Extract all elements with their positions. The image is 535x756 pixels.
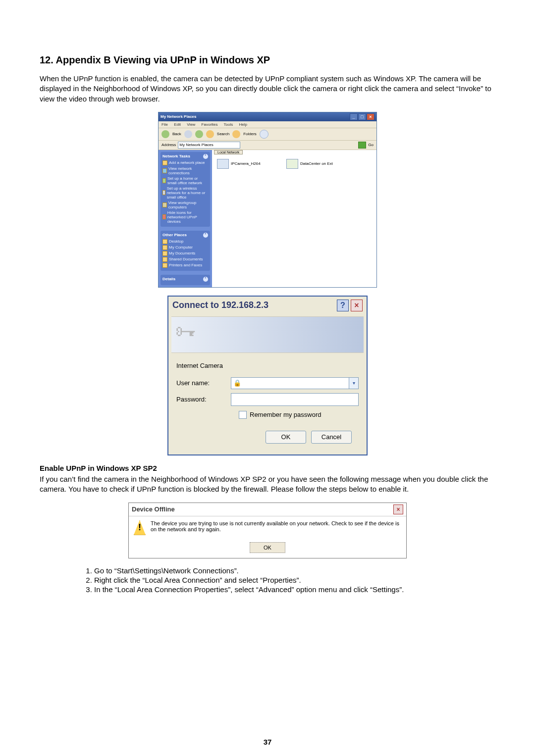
realm-label: Internet Camera	[176, 362, 359, 369]
menu-favorites[interactable]: Favorites	[202, 122, 218, 127]
address-bar: Address Go	[159, 141, 376, 150]
up-icon[interactable]	[195, 130, 203, 138]
steps-list: Go to “Start\Settings\Network Connection…	[40, 566, 495, 594]
place-desktop[interactable]: Desktop	[162, 239, 208, 244]
go-label: Go	[368, 143, 374, 147]
cancel-button[interactable]: Cancel	[311, 431, 352, 444]
intro-paragraph: When the UPnP function is enabled, the c…	[40, 74, 495, 104]
menu-tools[interactable]: Tools	[224, 122, 233, 127]
minimize-icon[interactable]: _	[350, 113, 358, 120]
section-heading: 12. Appendix B Viewing via UPnP in Windo…	[40, 54, 495, 66]
address-input[interactable]	[178, 142, 240, 149]
warning-icon: !	[134, 520, 146, 535]
search-icon[interactable]	[206, 130, 214, 138]
menu-file[interactable]: File	[161, 122, 168, 127]
dialog-titlebar: Connect to 192.168.2.3 ? ×	[168, 297, 367, 316]
dialog-banner: 🗝	[171, 316, 364, 353]
enable-paragraph: If you can’t find the camera in the Neig…	[40, 474, 495, 495]
device-datacenter[interactable]: DataCenter on Ext	[286, 159, 333, 169]
network-tasks-title: Network Tasks	[162, 154, 190, 158]
menu-view[interactable]: View	[187, 122, 195, 127]
task-setup-wireless[interactable]: Set up a wireless network for a home or …	[162, 186, 208, 200]
collapse-icon[interactable]: ˄	[203, 154, 208, 159]
search-label: Search	[217, 132, 229, 136]
computers-icon	[162, 202, 167, 207]
collapse-icon[interactable]: ˄	[203, 277, 208, 282]
remember-checkbox[interactable]	[239, 411, 247, 419]
device-icon	[286, 159, 298, 169]
side-pane: Network Tasks ˄ Add a network place View…	[159, 150, 212, 287]
device-offline-dialog: Device Offline × ! The device you are tr…	[128, 503, 407, 558]
folders-label: Folders	[243, 132, 257, 136]
place-my-computer[interactable]: My Computer	[162, 245, 208, 250]
close-icon[interactable]: ×	[367, 113, 374, 120]
go-icon[interactable]	[358, 142, 366, 149]
group-header-local-network: Local Network	[214, 150, 243, 154]
collapse-icon[interactable]: ˄	[203, 233, 208, 238]
username-input[interactable]	[243, 378, 349, 389]
back-icon[interactable]	[161, 130, 169, 138]
offline-message: The device you are trying to use is not …	[151, 520, 401, 535]
other-places-title: Other Places	[162, 233, 187, 237]
password-input[interactable]	[231, 393, 359, 406]
offline-titlebar: Device Offline ×	[129, 503, 406, 516]
toolbar: Back Search Folders	[159, 128, 376, 141]
other-places-panel: Other Places ˄ Desktop My Computer My Do…	[160, 231, 210, 271]
offline-title: Device Offline	[132, 505, 175, 513]
details-title: Details	[162, 277, 175, 281]
forward-icon[interactable]	[184, 130, 192, 138]
close-icon[interactable]: ×	[351, 300, 363, 311]
menu-edit[interactable]: Edit	[174, 122, 181, 127]
desktop-icon	[162, 239, 167, 244]
task-view-connections[interactable]: View network connections	[162, 166, 208, 175]
username-field[interactable]: 🔒 ▾	[231, 377, 359, 389]
network-tasks-panel: Network Tasks ˄ Add a network place View…	[160, 152, 210, 227]
device-ipcamera[interactable]: IPCamera_H264	[217, 159, 261, 169]
documents-icon	[162, 251, 167, 256]
place-printers[interactable]: Printers and Faxes	[162, 263, 208, 268]
dialog-title: Connect to 192.168.2.3	[172, 300, 268, 310]
computer-icon	[162, 245, 167, 250]
task-setup-home-network[interactable]: Set up a home or small office network	[162, 176, 208, 185]
shared-icon	[162, 257, 167, 262]
hide-icon	[162, 214, 166, 219]
network-places-window: My Network Places _ □ × File Edit View F…	[158, 112, 377, 288]
folders-icon[interactable]	[232, 130, 240, 138]
explorer-content: Local Network IPCamera_H264 DataCenter o…	[212, 150, 376, 287]
menu-help[interactable]: Help	[239, 122, 247, 127]
maximize-icon[interactable]: □	[358, 113, 366, 120]
window-title: My Network Places	[160, 114, 196, 119]
wireless-icon	[162, 190, 165, 195]
printer-icon	[162, 263, 167, 268]
step-1: Go to “Start\Settings\Network Connection…	[94, 566, 495, 575]
place-my-documents[interactable]: My Documents	[162, 251, 208, 256]
globe-icon	[162, 168, 167, 173]
window-titlebar: My Network Places _ □ ×	[159, 112, 376, 121]
task-view-workgroup[interactable]: View workgroup computers	[162, 201, 208, 209]
username-label: User name:	[176, 379, 231, 387]
help-icon[interactable]: ?	[337, 300, 349, 311]
folder-icon	[162, 160, 167, 165]
menu-bar: File Edit View Favorites Tools Help	[159, 121, 376, 128]
remember-label: Remember my password	[250, 411, 321, 418]
step-3: In the “Local Area Connection Properties…	[94, 585, 495, 594]
device-label: DataCenter on Ext	[300, 161, 333, 166]
address-label: Address	[161, 143, 176, 147]
page-number: 37	[0, 738, 535, 746]
user-icon: 🔒	[233, 379, 241, 387]
ok-button[interactable]: OK	[266, 431, 306, 444]
password-label: Password:	[176, 396, 231, 403]
views-icon[interactable]	[260, 130, 268, 139]
connect-dialog: Connect to 192.168.2.3 ? × 🗝 Internet Ca…	[167, 296, 368, 455]
place-shared-docs[interactable]: Shared Documents	[162, 257, 208, 262]
ok-button[interactable]: OK	[250, 542, 285, 553]
keys-icon: 🗝	[175, 320, 196, 344]
close-icon[interactable]: ×	[393, 504, 403, 514]
window-controls: _ □ ×	[350, 113, 374, 120]
device-label: IPCamera_H264	[231, 161, 261, 166]
details-panel: Details ˄	[160, 275, 210, 285]
chevron-down-icon[interactable]: ▾	[349, 378, 358, 389]
task-hide-upnp-icons[interactable]: Hide icons for networked UPnP devices	[162, 210, 208, 224]
back-label: Back	[172, 132, 181, 136]
task-add-network-place[interactable]: Add a network place	[162, 160, 208, 165]
